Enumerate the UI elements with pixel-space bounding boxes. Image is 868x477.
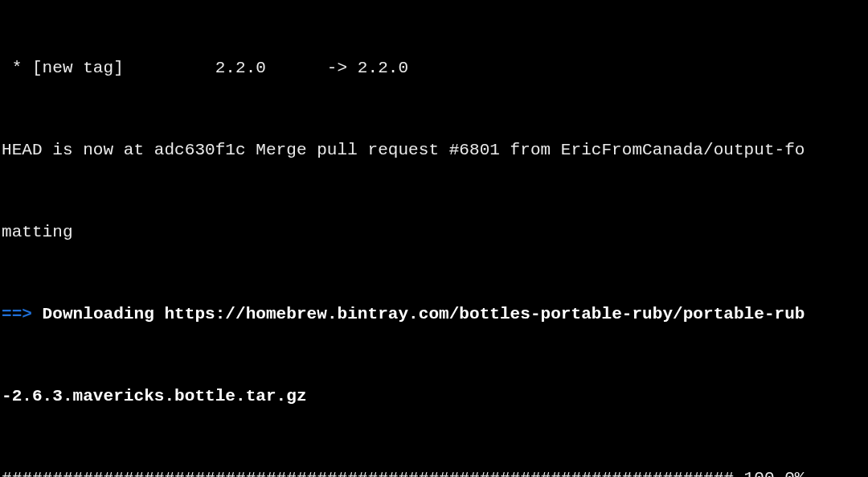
- terminal-output-line: HEAD is now at adc630f1c Merge pull requ…: [2, 137, 868, 164]
- terminal-window[interactable]: * [new tag] 2.2.0 -> 2.2.0 HEAD is now a…: [0, 0, 868, 477]
- step-arrow-icon: ==>: [2, 305, 32, 323]
- git-head-wrap-text: matting: [2, 223, 73, 241]
- git-head-text: HEAD is now at adc630f1c Merge pull requ…: [2, 141, 805, 159]
- downloading-text: Downloading https://homebrew.bintray.com…: [32, 305, 805, 323]
- terminal-output-line: ########################################…: [2, 465, 868, 477]
- terminal-output-line: matting: [2, 219, 868, 246]
- download-file-text: -2.6.3.mavericks.bottle.tar.gz: [2, 387, 307, 405]
- terminal-output-line: -2.6.3.mavericks.bottle.tar.gz: [2, 383, 868, 410]
- progress-bar-text: ########################################…: [2, 469, 805, 477]
- terminal-output-line: * [new tag] 2.2.0 -> 2.2.0: [2, 55, 868, 82]
- terminal-output-line: ==> Downloading https://homebrew.bintray…: [2, 301, 868, 328]
- git-new-tag-text: * [new tag] 2.2.0 -> 2.2.0: [2, 59, 408, 77]
